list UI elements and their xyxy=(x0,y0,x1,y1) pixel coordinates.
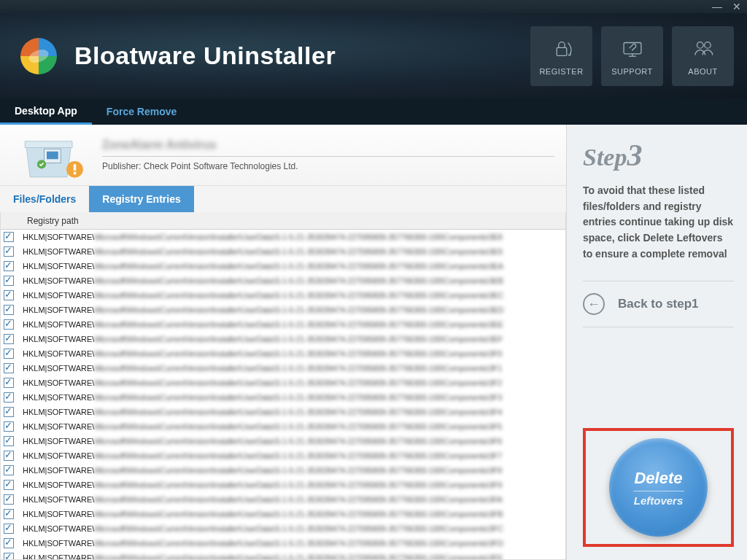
registry-path-tail: Microsoft\Windows\CurrentVersion\Install… xyxy=(94,291,503,300)
registry-row[interactable]: HKLM|SOFTWARE\Microsoft\Windows\CurrentV… xyxy=(1,478,565,492)
subtab-registry-entries[interactable]: Registry Entries xyxy=(89,186,193,212)
row-checkbox[interactable] xyxy=(4,246,14,257)
registry-path-tail: Microsoft\Windows\CurrentVersion\Install… xyxy=(94,233,502,241)
svg-point-5 xyxy=(697,42,703,48)
header-bar: Bloatware Uninstaller REGISTER SUPPORT xyxy=(0,13,747,98)
registry-path-tail: Microsoft\Windows\CurrentVersion\Install… xyxy=(94,349,502,358)
registry-path-tail: Microsoft\Windows\CurrentVersion\Install… xyxy=(94,451,502,460)
registry-row[interactable]: HKLM|SOFTWARE\Microsoft\Windows\CurrentV… xyxy=(1,448,565,463)
registry-row[interactable]: HKLM|SOFTWARE\Microsoft\Windows\CurrentV… xyxy=(1,376,565,390)
registry-row[interactable]: HKLM|SOFTWARE\Microsoft\Windows\CurrentV… xyxy=(1,361,565,376)
svg-rect-8 xyxy=(47,151,58,159)
svg-rect-1 xyxy=(557,47,567,55)
people-icon xyxy=(691,36,716,61)
registry-path-prefix: HKLM|SOFTWARE\ xyxy=(23,262,94,271)
lock-refresh-icon xyxy=(549,36,574,61)
register-button[interactable]: REGISTER xyxy=(530,26,592,86)
row-checkbox[interactable] xyxy=(4,465,14,475)
registry-path-prefix: HKLM|SOFTWARE\ xyxy=(23,481,94,489)
registry-row[interactable]: HKLM|SOFTWARE\Microsoft\Windows\CurrentV… xyxy=(1,521,565,536)
svg-point-6 xyxy=(704,42,711,48)
registry-list[interactable]: HKLM|SOFTWARE\Microsoft\Windows\CurrentV… xyxy=(1,230,565,559)
registry-path-prefix: HKLM|SOFTWARE\ xyxy=(23,320,94,329)
svg-rect-11 xyxy=(74,164,77,171)
registry-path-tail: Microsoft\Windows\CurrentVersion\Install… xyxy=(94,364,502,373)
registry-row[interactable]: HKLM|SOFTWARE\Microsoft\Windows\CurrentV… xyxy=(1,230,565,244)
registry-path-tail: Microsoft\Windows\CurrentVersion\Install… xyxy=(94,553,503,559)
registry-path-prefix: HKLM|SOFTWARE\ xyxy=(23,539,94,548)
registry-row[interactable]: HKLM|SOFTWARE\Microsoft\Windows\CurrentV… xyxy=(1,244,565,259)
registry-row[interactable]: HKLM|SOFTWARE\Microsoft\Windows\CurrentV… xyxy=(1,317,565,332)
registry-row[interactable]: HKLM|SOFTWARE\Microsoft\Windows\CurrentV… xyxy=(1,405,565,419)
registry-path-tail: Microsoft\Windows\CurrentVersion\Install… xyxy=(94,495,502,504)
registry-path-tail: Microsoft\Windows\CurrentVersion\Install… xyxy=(94,539,503,548)
registry-row[interactable]: HKLM|SOFTWARE\Microsoft\Windows\CurrentV… xyxy=(1,507,565,521)
registry-row[interactable]: HKLM|SOFTWARE\Microsoft\Windows\CurrentV… xyxy=(1,419,565,434)
registry-row[interactable]: HKLM|SOFTWARE\Microsoft\Windows\CurrentV… xyxy=(1,303,565,317)
row-checkbox[interactable] xyxy=(4,363,14,373)
registry-path-prefix: HKLM|SOFTWARE\ xyxy=(23,510,94,518)
registry-path-prefix: HKLM|SOFTWARE\ xyxy=(23,393,94,402)
registry-path-prefix: HKLM|SOFTWARE\ xyxy=(23,422,94,431)
minimize-button[interactable]: — xyxy=(712,1,722,12)
app-title: Bloatware Uninstaller xyxy=(74,42,336,70)
registry-path-tail: Microsoft\Windows\CurrentVersion\Install… xyxy=(94,378,502,387)
row-checkbox[interactable] xyxy=(4,319,14,330)
registry-path-prefix: HKLM|SOFTWARE\ xyxy=(23,276,94,285)
registry-row[interactable]: HKLM|SOFTWARE\Microsoft\Windows\CurrentV… xyxy=(1,288,565,303)
row-checkbox[interactable] xyxy=(4,436,14,446)
program-publisher: Publisher: Check Point Software Technolo… xyxy=(102,161,554,171)
delete-leftovers-button[interactable]: Delete Leftovers xyxy=(609,438,708,537)
program-name: ZoneAlarm Antivirus xyxy=(102,139,554,152)
registry-path-prefix: HKLM|SOFTWARE\ xyxy=(23,524,94,533)
row-checkbox[interactable] xyxy=(4,392,14,402)
close-button[interactable]: ✕ xyxy=(732,1,741,12)
row-checkbox[interactable] xyxy=(4,232,14,242)
registry-row[interactable]: HKLM|SOFTWARE\Microsoft\Windows\CurrentV… xyxy=(1,434,565,448)
registry-path-prefix: HKLM|SOFTWARE\ xyxy=(23,335,94,343)
row-checkbox[interactable] xyxy=(4,261,14,271)
row-checkbox[interactable] xyxy=(4,451,14,461)
row-checkbox[interactable] xyxy=(4,276,14,286)
registry-row[interactable]: HKLM|SOFTWARE\Microsoft\Windows\CurrentV… xyxy=(1,536,565,551)
registry-row[interactable]: HKLM|SOFTWARE\Microsoft\Windows\CurrentV… xyxy=(1,332,565,346)
registry-path-tail: Microsoft\Windows\CurrentVersion\Install… xyxy=(94,437,502,446)
row-checkbox[interactable] xyxy=(4,480,14,490)
row-checkbox[interactable] xyxy=(4,524,14,534)
registry-path-prefix: HKLM|SOFTWARE\ xyxy=(23,437,94,446)
row-checkbox[interactable] xyxy=(4,334,14,344)
registry-row[interactable]: HKLM|SOFTWARE\Microsoft\Windows\CurrentV… xyxy=(1,346,565,361)
back-to-step1[interactable]: ← Back to step1 xyxy=(583,281,734,327)
row-checkbox[interactable] xyxy=(4,553,14,559)
subtab-files-folders[interactable]: Files/Folders xyxy=(0,186,89,212)
row-checkbox[interactable] xyxy=(4,290,14,300)
registry-row[interactable]: HKLM|SOFTWARE\Microsoft\Windows\CurrentV… xyxy=(1,463,565,478)
app-logo-icon xyxy=(18,35,60,77)
registry-path-prefix: HKLM|SOFTWARE\ xyxy=(23,364,94,373)
row-checkbox[interactable] xyxy=(4,378,14,388)
registry-row[interactable]: HKLM|SOFTWARE\Microsoft\Windows\CurrentV… xyxy=(1,551,565,559)
row-checkbox[interactable] xyxy=(4,305,14,315)
registry-row[interactable]: HKLM|SOFTWARE\Microsoft\Windows\CurrentV… xyxy=(1,259,565,273)
registry-row[interactable]: HKLM|SOFTWARE\Microsoft\Windows\CurrentV… xyxy=(1,273,565,288)
row-checkbox[interactable] xyxy=(4,509,14,519)
row-checkbox[interactable] xyxy=(4,494,14,505)
registry-path-prefix: HKLM|SOFTWARE\ xyxy=(23,408,94,416)
back-arrow-icon: ← xyxy=(583,293,605,315)
tab-desktop-app[interactable]: Desktop App xyxy=(0,98,92,125)
row-checkbox[interactable] xyxy=(4,421,14,432)
registry-path-tail: Microsoft\Windows\CurrentVersion\Install… xyxy=(94,335,503,343)
registry-path-prefix: HKLM|SOFTWARE\ xyxy=(23,553,94,559)
about-button[interactable]: ABOUT xyxy=(672,26,734,86)
registry-path-prefix: HKLM|SOFTWARE\ xyxy=(23,378,94,387)
registry-row[interactable]: HKLM|SOFTWARE\Microsoft\Windows\CurrentV… xyxy=(1,492,565,507)
row-checkbox[interactable] xyxy=(4,538,14,548)
registry-row[interactable]: HKLM|SOFTWARE\Microsoft\Windows\CurrentV… xyxy=(1,390,565,405)
registry-path-prefix: HKLM|SOFTWARE\ xyxy=(23,495,94,504)
row-checkbox[interactable] xyxy=(4,407,14,417)
registry-path-tail: Microsoft\Windows\CurrentVersion\Install… xyxy=(94,262,503,271)
support-button[interactable]: SUPPORT xyxy=(601,26,663,86)
step-heading: Step3 xyxy=(583,138,734,173)
tab-force-remove[interactable]: Force Remove xyxy=(92,98,191,125)
row-checkbox[interactable] xyxy=(4,349,14,359)
